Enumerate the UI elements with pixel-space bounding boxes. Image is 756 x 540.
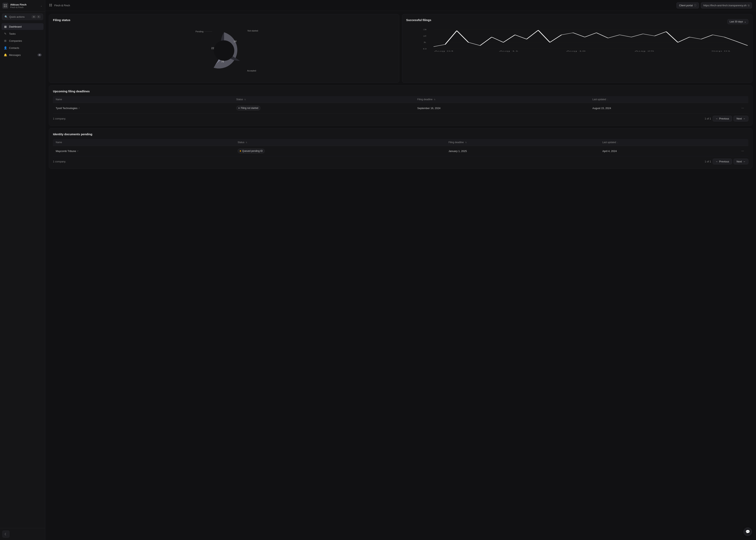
line-chart-header: Successful filings Last 30 days ⌄: [406, 18, 748, 25]
col-status[interactable]: Status ⇅: [235, 139, 446, 146]
col-deadline[interactable]: Filing deadline ⇅: [446, 139, 600, 146]
col-actions: [737, 96, 748, 103]
company-link[interactable]: Maycomb Tribune ↗: [56, 150, 232, 153]
filing-status-title: Filing status: [53, 18, 395, 22]
col-updated[interactable]: Last updated ↓: [600, 139, 737, 146]
copy-icon[interactable]: ⧉: [748, 4, 749, 7]
identity-docs-title: Identity documents pending: [53, 132, 748, 136]
table-row: Maycomb Tribune ↗ Queued pending ID Janu…: [53, 146, 748, 156]
sort-icon: ⇅: [246, 142, 247, 144]
quick-actions-shortcut: ⌘ K: [32, 15, 41, 18]
nav-item-left: 👤 Contacts: [4, 46, 19, 50]
cmd-key: ⌘: [32, 15, 36, 18]
identity-next-button[interactable]: Next →: [733, 159, 748, 164]
upcoming-deadlines-section: Upcoming filing deadlines Name Status ⇅ …: [49, 85, 752, 126]
col-updated[interactable]: Last updated ↓: [590, 96, 737, 103]
upcoming-deadlines-title: Upcoming filing deadlines: [53, 89, 748, 93]
col-deadline[interactable]: Filing deadline ⇅: [415, 96, 590, 103]
chevron-icon: ⌄: [744, 20, 746, 23]
col-name: Name: [53, 139, 235, 146]
sidebar-item-messages[interactable]: 🔔 Messages 8: [2, 52, 44, 58]
status-dot: [238, 107, 240, 109]
upcoming-next-button[interactable]: Next →: [733, 116, 748, 121]
identity-docs-header-row: Name Status ⇅ Filing deadline ⇅ Last upd…: [53, 139, 748, 146]
company-link[interactable]: Tyrell Technologies ↗: [56, 107, 231, 110]
period-selector-button[interactable]: Last 30 days ⌄: [727, 19, 748, 24]
svg-rect-1: [6, 4, 7, 6]
client-portal-label: Client portal: [679, 4, 693, 7]
successful-filings-title: Successful filings: [406, 18, 431, 22]
col-actions: [737, 139, 748, 146]
identity-docs-footer: 1 company. 1 of 1 ← Previous Next →: [53, 156, 748, 164]
workspace-subname: Finch & Finch: [10, 6, 26, 8]
period-label: Last 30 days: [730, 20, 743, 23]
line-chart-polyline: [434, 30, 748, 47]
messages-icon: 🔔: [4, 53, 7, 57]
arrow-right-icon: →: [743, 160, 745, 163]
nav-item-left: 🔔 Messages: [4, 53, 21, 57]
upcoming-prev-button[interactable]: ← Previous: [713, 116, 732, 121]
svg-text:2: 2: [423, 35, 427, 37]
donut-wrapper: Pending Not started Accepted 22 14 76: [201, 28, 247, 74]
nav-item-left: ✎ Tasks: [4, 32, 16, 36]
identity-docs-tbody: Maycomb Tribune ↗ Queued pending ID Janu…: [53, 146, 748, 156]
quick-actions-label: Quick actions: [9, 15, 25, 18]
url-text: https://finch-and-finch.transparency.sh: [703, 4, 747, 7]
row-more-button[interactable]: ···: [740, 148, 746, 154]
not-started-label: Not started: [247, 30, 258, 32]
app-icon: [2, 3, 8, 9]
nav-item-label: Dashboard: [9, 25, 22, 28]
upcoming-count: 1 company.: [53, 117, 66, 120]
quick-actions-left: 🔍 Quick actions: [5, 15, 25, 18]
moon-icon: ☾: [5, 532, 7, 536]
sidebar-item-tasks[interactable]: ✎ Tasks: [2, 30, 44, 37]
sidebar-title: Atticus Finch Finch & Finch: [10, 3, 26, 8]
prev-label: Previous: [719, 160, 729, 163]
quick-actions-button[interactable]: 🔍 Quick actions ⌘ K: [2, 14, 43, 20]
identity-page-info: 1 of 1: [704, 160, 711, 163]
chevron-down-icon: ⌄: [40, 4, 42, 7]
svg-rect-0: [4, 4, 5, 6]
url-display: https://finch-and-finch.transparency.sh …: [701, 2, 752, 8]
row-more-button[interactable]: ···: [740, 105, 746, 111]
client-portal-button[interactable]: Client portal ⓘ: [677, 2, 699, 8]
donut-chart-svg: [201, 28, 247, 73]
dashboard-content: Filing status: [45, 11, 756, 172]
chat-button[interactable]: 💬: [743, 527, 752, 536]
upcoming-deadlines-header-row: Name Status ⇅ Filing deadline ⇅ Last upd…: [53, 96, 748, 103]
info-icon: ⓘ: [694, 4, 696, 7]
nav-item-label: Tasks: [9, 32, 16, 35]
line-chart-container: 3 2 1 0 Aug 04 Aug 11 Aug 18 Aug 25 Sep …: [406, 28, 748, 60]
svg-text:1: 1: [423, 42, 427, 43]
sort-down-icon: ↓: [617, 142, 618, 144]
svg-text:Sep 01: Sep 01: [711, 50, 731, 52]
svg-rect-5: [51, 4, 52, 5]
identity-count: 1 company.: [53, 160, 66, 163]
svg-text:Aug 11: Aug 11: [499, 50, 519, 52]
breadcrumb-icon: [49, 4, 52, 7]
k-key: K: [37, 15, 41, 18]
svg-text:0: 0: [423, 48, 427, 50]
identity-docs-section: Identity documents pending Name Status ⇅…: [49, 128, 752, 169]
tasks-icon: ✎: [4, 32, 7, 36]
svg-rect-6: [50, 5, 51, 7]
sidebar-item-companies[interactable]: ⊞ Companies: [2, 37, 44, 44]
breadcrumb: Finch & Finch: [54, 4, 70, 7]
dark-mode-button[interactable]: ☾: [2, 531, 9, 538]
sort-down-icon: ↓: [607, 99, 608, 101]
successful-filings-card: Successful filings Last 30 days ⌄ 3: [402, 14, 752, 83]
col-status[interactable]: Status ⇅: [233, 96, 415, 103]
nav-item-label: Companies: [9, 39, 22, 42]
sidebar-item-dashboard[interactable]: ▦ Dashboard: [2, 23, 44, 30]
nav-item-label: Contacts: [9, 47, 19, 50]
donut-center-circle: [214, 40, 234, 61]
filing-status-card: Filing status: [49, 14, 399, 83]
sort-icon: ⇅: [465, 142, 467, 144]
identity-prev-button[interactable]: ← Previous: [713, 159, 732, 164]
accepted-value: 76: [221, 60, 224, 63]
arrow-left-icon: ←: [716, 117, 718, 120]
sidebar-item-contacts[interactable]: 👤 Contacts: [2, 45, 44, 51]
status-badge: Filing not started: [236, 106, 260, 110]
sort-icon: ⇅: [434, 99, 436, 101]
sidebar-header[interactable]: Atticus Finch Finch & Finch ⌄: [0, 0, 45, 12]
